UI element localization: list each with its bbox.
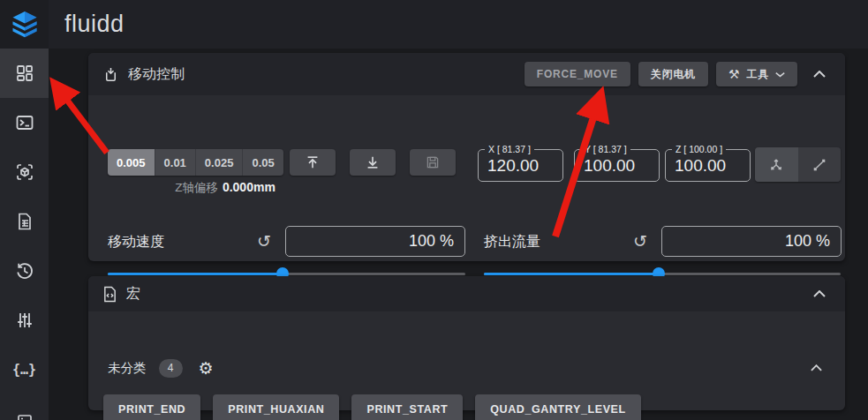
z-position-label: Z [ 100.00 ] [672, 144, 726, 154]
x-position-field[interactable]: X [ 81.37 ] 120.00 [478, 149, 563, 182]
file-code-icon [102, 286, 117, 303]
z-step-005[interactable]: 0.05 [243, 149, 283, 176]
vector-line-icon [811, 157, 827, 173]
toolhead-collapse-button[interactable] [804, 59, 834, 89]
history-icon [15, 261, 34, 281]
flow-input[interactable]: 100 % [661, 226, 842, 257]
save-icon [426, 155, 440, 169]
speed-reset-button[interactable]: ↺ [253, 229, 275, 252]
x-position-label: X [ 81.37 ] [485, 144, 534, 154]
chevron-up-icon [813, 290, 826, 297]
z-offset-value: 0.000mm [223, 180, 275, 194]
macro-quad-gantry-level-button[interactable]: QUAD_GANTRY_LEVEL [475, 394, 641, 420]
sidebar-item-macros[interactable]: {…} [0, 345, 49, 394]
z-offset-save-button[interactable] [410, 149, 456, 176]
sidebar: {…} [0, 49, 49, 420]
macro-print-start-button[interactable]: PRINT_START [351, 394, 463, 420]
position-mode-toggle [755, 147, 841, 182]
macros-panel-body: 未分类 4 ⚙ PRINT_END PRINT_HUAXIAN PRINT_ST… [88, 311, 845, 420]
flow-value[interactable]: 100 % [662, 227, 841, 256]
absolute-position-button[interactable] [755, 147, 798, 182]
server-icon [16, 412, 34, 420]
relative-position-button[interactable] [798, 147, 842, 182]
macros-panel-header: 宏 [88, 276, 845, 311]
macros-panel-title: 宏 [126, 285, 140, 304]
sidebar-item-printer-preview[interactable] [0, 147, 49, 197]
macro-print-huaxian-button[interactable]: PRINT_HUAXIAN [213, 394, 339, 420]
z-step-001[interactable]: 0.01 [155, 149, 196, 176]
fluidd-app: fluidd [0, 0, 868, 420]
z-offset-down-button[interactable] [350, 149, 396, 176]
slider-fill [484, 273, 659, 275]
y-position-label: Y [ 81.37 ] [581, 144, 630, 154]
z-step-0005[interactable]: 0.005 [108, 149, 155, 176]
toolhead-panel: 移动控制 FORCE_MOVE 关闭电机 ⚒ 工具 0.005 0.01 0.0… [88, 53, 845, 261]
y-position-field[interactable]: Y [ 81.37 ] 100.00 [574, 149, 660, 182]
force-move-button[interactable]: FORCE_MOVE [525, 62, 630, 86]
macro-category-row: 未分类 4 ⚙ [108, 355, 831, 381]
category-label: 未分类 [108, 360, 147, 377]
app-title: fluidd [64, 0, 125, 49]
fluidd-logo[interactable] [0, 0, 49, 49]
sidebar-item-history[interactable] [0, 246, 49, 296]
braces-icon: {…} [12, 362, 36, 378]
toolhead-panel-title: 移动控制 [128, 65, 185, 84]
speed-input[interactable]: 100 % [285, 226, 465, 257]
slider-fill [108, 273, 283, 275]
printer-cube-icon [15, 162, 34, 182]
chevron-up-icon [813, 71, 826, 78]
tools-icon: ⚒ [728, 67, 740, 81]
file-icon [16, 212, 34, 231]
macros-panel: 宏 未分类 4 ⚙ PRINT_END PRINT_HUAXIAN PRINT_… [88, 276, 845, 410]
y-position-value[interactable]: 100.00 [575, 150, 659, 181]
z-offset-label: Z轴偏移 [175, 181, 218, 194]
console-icon [15, 113, 34, 132]
flow-reset-button[interactable]: ↺ [629, 229, 652, 252]
arrow-collapse-down-icon [365, 154, 381, 170]
sidebar-item-dashboard[interactable] [0, 49, 49, 98]
macro-buttons-row: PRINT_END PRINT_HUAXIAN PRINT_START QUAD… [103, 394, 641, 420]
z-step-0025[interactable]: 0.025 [196, 149, 244, 176]
toolhead-panel-body: 0.005 0.01 0.025 0.05 Z [88, 95, 845, 304]
z-offset-readout: Z轴偏移0.000mm [108, 180, 343, 196]
fluidd-logo-icon [9, 9, 41, 41]
sidebar-item-console[interactable] [0, 98, 49, 147]
sidebar-item-system[interactable] [0, 394, 49, 420]
speed-label: 移动速度 [108, 233, 164, 251]
app-bar: fluidd [0, 0, 868, 49]
z-offset-up-button[interactable] [290, 149, 336, 176]
macros-collapse-button[interactable] [804, 279, 834, 309]
speed-value[interactable]: 100 % [286, 227, 464, 256]
chevron-down-icon [775, 71, 785, 78]
axis-arrow-icon [768, 157, 784, 173]
toolhead-icon [102, 66, 119, 83]
chevron-up-icon [811, 364, 822, 371]
z-step-group: 0.005 0.01 0.025 0.05 [108, 149, 283, 176]
category-collapse-button[interactable] [801, 353, 831, 383]
category-count-badge: 4 [159, 359, 183, 378]
toolhead-panel-header: 移动控制 FORCE_MOVE 关闭电机 ⚒ 工具 [88, 53, 845, 95]
sidebar-item-tune[interactable] [0, 296, 49, 345]
tools-label: 工具 [746, 67, 769, 82]
tune-icon [15, 311, 34, 330]
flow-label: 挤出流量 [484, 233, 540, 251]
macro-settings-button[interactable]: ⚙ [199, 359, 214, 378]
arrow-collapse-up-icon [305, 154, 321, 170]
x-position-value[interactable]: 120.00 [479, 150, 562, 181]
dashboard-icon [15, 64, 34, 83]
z-position-field[interactable]: Z [ 100.00 ] 100.00 [665, 149, 751, 182]
z-position-value[interactable]: 100.00 [666, 150, 750, 181]
sidebar-item-jobs[interactable] [0, 197, 49, 246]
macro-print-end-button[interactable]: PRINT_END [103, 394, 200, 420]
motors-off-button[interactable]: 关闭电机 [638, 62, 708, 86]
tools-dropdown-button[interactable]: ⚒ 工具 [716, 62, 797, 86]
